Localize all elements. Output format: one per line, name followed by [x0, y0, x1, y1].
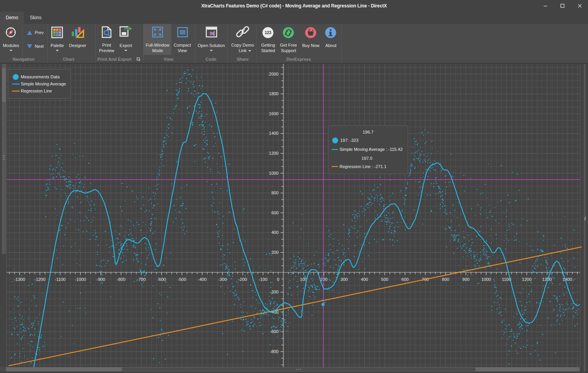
svg-text:0: 0 [277, 277, 279, 282]
svg-text:-400: -400 [198, 277, 207, 282]
svg-text:300: 300 [341, 277, 348, 282]
svg-text:1000: 1000 [269, 171, 278, 176]
svg-text:196.7: 196.7 [363, 130, 374, 134]
svg-text:Simple Moving Average : -115.4: Simple Moving Average : -115.42 [339, 147, 403, 152]
svg-text:-300: -300 [218, 277, 227, 282]
svg-text:500: 500 [381, 277, 388, 282]
svg-text:-1100: -1100 [55, 277, 65, 282]
svg-text:-200: -200 [238, 277, 247, 282]
svg-text:1200: 1200 [269, 151, 278, 156]
svg-text:Regression Line: Regression Line [21, 89, 52, 93]
svg-text:-1200: -1200 [34, 277, 45, 282]
svg-text:200: 200 [320, 277, 327, 282]
svg-text:-1300: -1300 [14, 277, 25, 282]
svg-text:1800: 1800 [269, 91, 278, 96]
svg-text:600: 600 [401, 277, 408, 282]
svg-text:Simple Moving Average: Simple Moving Average [21, 81, 66, 86]
svg-text:1400: 1400 [269, 131, 278, 136]
svg-text:-500: -500 [178, 277, 186, 282]
svg-text:-800: -800 [117, 277, 125, 282]
svg-text:1400: 1400 [563, 277, 572, 282]
svg-text:800: 800 [442, 277, 449, 282]
svg-text:197: -323: 197: -323 [340, 138, 358, 143]
svg-text:200: 200 [271, 250, 278, 255]
svg-text:800: 800 [271, 190, 278, 195]
svg-text:-700: -700 [137, 277, 145, 282]
svg-text:600: 600 [271, 210, 278, 215]
svg-text:400: 400 [361, 277, 368, 282]
svg-text:-200: -200 [270, 290, 278, 294]
svg-text:197.0: 197.0 [361, 156, 372, 161]
svg-text:-900: -900 [96, 277, 105, 282]
svg-text:-800: -800 [270, 349, 278, 354]
svg-text:-1000: -1000 [75, 277, 86, 282]
svg-text:1600: 1600 [269, 111, 278, 116]
svg-text:2000: 2000 [269, 72, 278, 76]
svg-text:1200: 1200 [522, 277, 532, 282]
svg-text:1000: 1000 [481, 277, 491, 282]
svg-text:Regression Line : -271.1: Regression Line : -271.1 [339, 164, 387, 169]
svg-text:Measurements Data: Measurements Data [21, 74, 60, 79]
svg-text:-100: -100 [259, 277, 267, 282]
svg-text:400: 400 [271, 230, 278, 235]
svg-text:123: 123 [265, 30, 271, 35]
